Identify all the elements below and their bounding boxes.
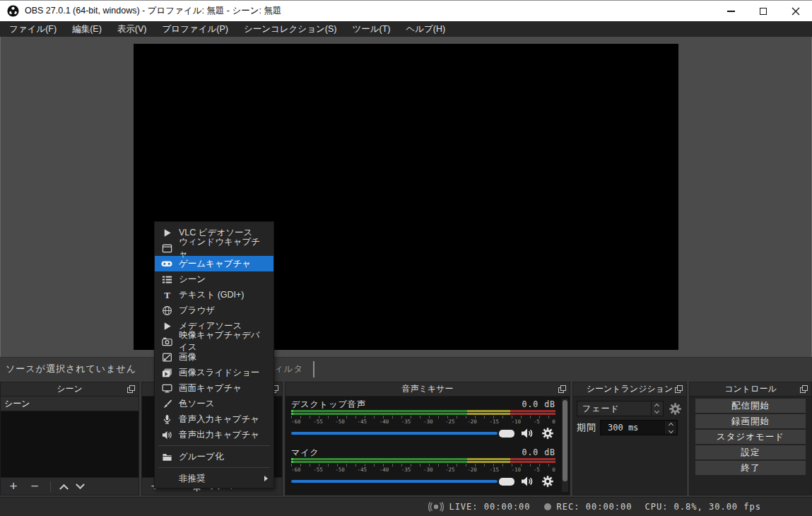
meter-peak-indicator: [291, 410, 293, 415]
game-controller-icon: [161, 258, 172, 269]
scene-list: シーン: [1, 397, 139, 477]
maximize-button[interactable]: [747, 1, 779, 22]
svg-text:T: T: [164, 290, 170, 300]
menu-item-display-capture[interactable]: 画面キャプチャ: [155, 380, 273, 396]
video-camera-icon: [161, 336, 172, 347]
menu-item-window-capture[interactable]: ウィンドウキャプチャ: [155, 240, 273, 256]
speaker-mute-icon[interactable]: [521, 427, 535, 440]
channel-gear-icon[interactable]: [541, 475, 555, 488]
transitions-body: フェード 期間 300 ms: [573, 397, 686, 435]
menu-file[interactable]: ファイル(F): [1, 21, 64, 37]
mixer-body: デスクトップ音声 0.0 dB -60-55-50-45-40-35-30-25…: [286, 397, 570, 495]
scenes-panel-header: シーン: [1, 382, 139, 397]
minimize-button[interactable]: [714, 1, 747, 22]
channel-gear-icon[interactable]: [541, 427, 555, 440]
scrollbar-thumb[interactable]: [563, 400, 567, 481]
menu-profile[interactable]: プロファイル(P): [154, 21, 235, 37]
popout-icon[interactable]: [799, 385, 808, 394]
add-scene-button[interactable]: [8, 480, 19, 493]
scenes-toolbar: [1, 477, 139, 495]
channel-level: 0.0 dB: [522, 399, 555, 409]
transition-select[interactable]: フェード: [577, 401, 664, 416]
window-title: OBS 27.0.1 (64-bit, windows) - プロファイル: 無…: [25, 5, 282, 17]
scene-list-item[interactable]: シーン: [1, 397, 139, 411]
brush-icon: [161, 398, 172, 409]
menu-item-group[interactable]: グループ化: [155, 449, 273, 464]
mixer-channel-desktop-audio: デスクトップ音声 0.0 dB -60-55-50-45-40-35-30-25…: [291, 399, 564, 438]
menu-item-audio-output-capture[interactable]: 音声出力キャプチャ: [155, 427, 273, 442]
start-streaming-button[interactable]: 配信開始: [695, 399, 806, 413]
slider-handle[interactable]: [499, 478, 514, 486]
rec-time: REC: 00:00:00: [557, 502, 632, 512]
scene-transitions-panel: シーントランジション フェード 期間: [572, 382, 687, 496]
volume-slider[interactable]: [291, 428, 514, 438]
rec-icon: [543, 503, 552, 511]
menu-item-scene[interactable]: シーン: [155, 271, 273, 287]
slideshow-icon: [161, 367, 172, 378]
duration-input[interactable]: 300 ms: [600, 420, 678, 435]
rec-status: REC: 00:00:00: [543, 502, 632, 512]
transition-gear-icon[interactable]: [668, 401, 683, 416]
menu-item-text-gdi[interactable]: T テキスト (GDI+): [155, 287, 273, 303]
meter-tick-labels: -60-55-50-45-40-35-30-25-20-15-10-50: [291, 418, 555, 425]
popout-icon[interactable]: [674, 385, 683, 394]
live-icon: [428, 502, 444, 512]
menu-item-audio-input-capture[interactable]: 音声入力キャプチャ: [155, 411, 273, 427]
menu-item-deprecated[interactable]: 非推奨: [155, 471, 273, 486]
play-icon: [161, 227, 172, 238]
speaker-icon: [161, 429, 172, 440]
combo-spinner[interactable]: [651, 401, 663, 416]
remove-scene-button[interactable]: [29, 480, 40, 493]
folder-icon: [161, 451, 172, 462]
controls-panel-header: コントロール: [690, 382, 811, 397]
studio-mode-button[interactable]: スタジオモード: [695, 430, 806, 444]
menu-item-browser[interactable]: ブラウザ: [155, 303, 273, 318]
chevron-down-icon: [654, 409, 659, 414]
microphone-icon: [161, 414, 172, 425]
chevron-up-icon: [668, 422, 673, 427]
popout-icon[interactable]: [558, 385, 567, 394]
settings-button[interactable]: 設定: [695, 445, 806, 459]
live-time: LIVE: 00:00:00: [449, 502, 530, 512]
meter-tick-labels: -60-55-50-45-40-35-30-25-20-15-10-50: [291, 467, 555, 473]
no-source-message: ソースが選択されていません: [6, 363, 136, 375]
move-scene-up-button[interactable]: [59, 483, 69, 493]
source-toolbar: ソースが選択されていません フィルタ: [0, 357, 812, 380]
play-icon: [161, 320, 172, 332]
menu-item-image-slideshow[interactable]: 画像スライドショー: [155, 365, 273, 380]
menu-scene-collection[interactable]: シーンコレクション(S): [236, 21, 345, 37]
titlebar: OBS 27.0.1 (64-bit, windows) - プロファイル: 無…: [0, 0, 812, 21]
chevron-up-icon: [654, 404, 659, 409]
no-icon: [161, 473, 172, 484]
volume-slider[interactable]: [291, 476, 514, 486]
mixer-scrollbar[interactable]: [562, 399, 568, 492]
move-scene-down-button[interactable]: [76, 480, 85, 489]
menu-item-color-source[interactable]: 色ソース: [155, 396, 273, 411]
menu-tools[interactable]: ツール(T): [344, 21, 398, 37]
duration-spinner[interactable]: [665, 421, 676, 434]
duration-value: 300 ms: [601, 423, 638, 433]
close-icon: [792, 7, 800, 16]
maximize-icon: [760, 8, 767, 15]
slider-fill: [291, 432, 498, 435]
menu-view[interactable]: 表示(V): [110, 21, 155, 37]
close-button[interactable]: [779, 1, 812, 22]
menu-help[interactable]: ヘルプ(H): [398, 21, 453, 37]
scenes-panel-title: シーン: [57, 383, 83, 395]
start-recording-button[interactable]: 録画開始: [695, 414, 806, 428]
channel-name: デスクトップ音声: [291, 399, 366, 411]
menu-item-video-capture-device[interactable]: 映像キャプチャデバイス: [155, 334, 273, 349]
transitions-panel-title: シーントランジション: [587, 383, 673, 395]
scenes-panel: シーン シーン: [0, 382, 139, 496]
image-icon: [161, 351, 172, 363]
mixer-panel-title: 音声ミキサー: [402, 383, 454, 395]
slider-handle[interactable]: [499, 430, 514, 438]
channel-level: 0.0 dB: [522, 447, 555, 457]
minimize-icon: [727, 11, 735, 12]
speaker-mute-icon[interactable]: [521, 475, 535, 488]
slider-fill: [291, 480, 498, 483]
menu-separator: [158, 467, 270, 468]
menu-edit[interactable]: 編集(E): [64, 21, 110, 37]
popout-icon[interactable]: [126, 385, 136, 394]
exit-button[interactable]: 終了: [695, 461, 806, 475]
